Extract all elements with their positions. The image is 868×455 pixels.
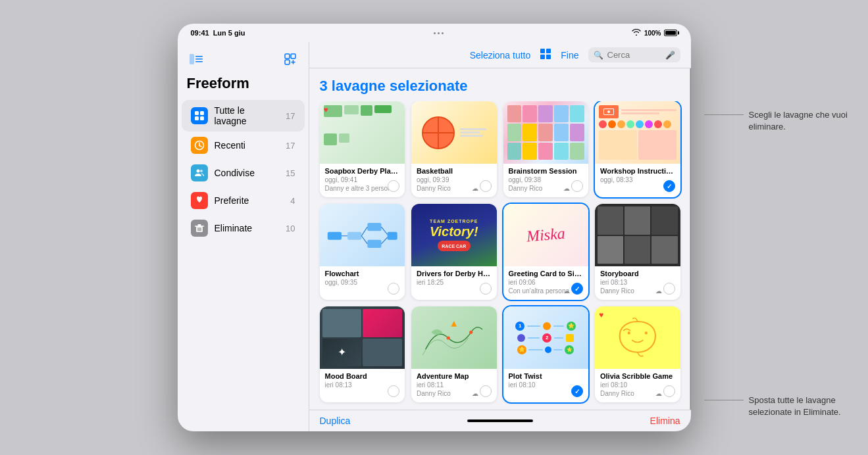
new-board-button[interactable]	[281, 50, 299, 68]
card-thumbnail: Miska	[503, 204, 589, 266]
duplicate-button[interactable]: Duplica	[320, 416, 351, 426]
sidebar-item-shared[interactable]: Condivise 15	[182, 159, 305, 187]
card-select-checkbox[interactable]	[571, 180, 583, 192]
search-bar[interactable]: 🔍 🎤	[588, 47, 680, 62]
board-card-flowchart[interactable]: Flowchart oggi, 09:35	[320, 204, 405, 300]
svg-rect-25	[546, 49, 551, 53]
card-thumbnail	[503, 101, 589, 164]
sidebar: Freeform Tutte le lavagne 17 Recenti 17 …	[178, 42, 309, 431]
svg-rect-30	[367, 223, 381, 231]
svg-rect-4	[285, 54, 290, 59]
svg-point-38	[447, 336, 450, 339]
card-title: Brainstorm Session	[509, 167, 584, 175]
card-title: Adventure Map	[417, 372, 492, 380]
svg-point-17	[200, 170, 203, 172]
card-select-checkbox[interactable]	[388, 180, 399, 192]
svg-point-41	[628, 331, 630, 334]
card-title: Workshop Instructions	[600, 167, 675, 175]
status-dot-2	[438, 32, 440, 34]
card-title: Plot Twist	[509, 372, 584, 380]
sidebar-count-shared: 15	[286, 168, 295, 178]
sidebar-item-all[interactable]: Tutte le lavagne 17	[182, 100, 305, 132]
svg-rect-3	[195, 61, 203, 62]
card-thumbnail	[320, 204, 405, 266]
svg-rect-10	[200, 111, 204, 115]
card-select-checkbox[interactable]	[571, 385, 583, 397]
card-select-checkbox[interactable]	[663, 283, 675, 295]
battery-icon	[664, 30, 677, 36]
svg-rect-11	[195, 116, 199, 120]
card-select-checkbox[interactable]	[388, 283, 399, 295]
cloud-icon: ☁	[655, 287, 662, 295]
sidebar-count-recent: 17	[286, 141, 295, 151]
board-card-adventure[interactable]: Adventure Map ieri 08:11Danny Rico ☁	[411, 306, 497, 402]
sidebar-icon-all	[191, 107, 208, 124]
board-card-moodboard[interactable]: ✦ Mood Board ieri 08:13	[320, 306, 405, 402]
board-card-derby[interactable]: TEAM ZOETROPE Victory! RACE CAR Drivers …	[411, 204, 497, 300]
board-card-olivia[interactable]: ♥ Olivia Scribble Game ieri 08:10Danny R…	[595, 306, 680, 402]
done-button[interactable]: Fine	[561, 50, 578, 60]
card-title: Storyboard	[600, 270, 675, 277]
search-input[interactable]	[607, 50, 661, 60]
svg-line-37	[381, 237, 387, 244]
bottom-annotation: Sposta tutte le lavagne selezionate in E…	[704, 395, 855, 418]
card-select-checkbox[interactable]	[480, 283, 492, 295]
card-thumbnail	[595, 101, 680, 164]
sidebar-icon-favorites	[191, 192, 208, 209]
bottom-bar: Duplica Elimina	[309, 410, 691, 431]
status-dot-1	[434, 32, 436, 34]
svg-rect-5	[291, 54, 295, 59]
sidebar-count-favorites: 4	[290, 196, 295, 206]
sidebar-item-recent[interactable]: Recenti 17	[182, 132, 305, 159]
sidebar-item-deleted[interactable]: Eliminate 10	[182, 214, 305, 242]
board-card-storyboard[interactable]: Storyboard ieri 08:13Danny Rico ☁	[595, 204, 680, 300]
status-bar: 09:41 Lun 5 giu 100%	[178, 24, 691, 42]
status-dot-3	[442, 32, 444, 34]
status-time: 09:41	[191, 29, 209, 37]
delete-button[interactable]: Elimina	[650, 416, 680, 426]
svg-line-35	[361, 235, 367, 243]
svg-rect-26	[540, 55, 545, 59]
card-title: Flowchart	[325, 270, 400, 277]
svg-rect-28	[327, 231, 341, 239]
card-select-checkbox[interactable]	[480, 385, 492, 397]
svg-rect-1	[195, 56, 203, 57]
board-card-brainstorm[interactable]: Brainstorm Session oggi, 09:38Danny Rico…	[503, 101, 589, 197]
boards-grid-container[interactable]: ♥ Soapbox Derby Planin... oggi, 09:41Dan…	[309, 101, 691, 410]
card-select-checkbox[interactable]	[480, 180, 492, 192]
board-card-plottwist[interactable]: 1 ⭐ 2 ⭐ ⭐ Plot Twist	[503, 306, 589, 402]
heart-icon: ♥	[599, 310, 603, 320]
svg-rect-24	[540, 49, 545, 53]
cloud-icon: ☁	[563, 287, 570, 295]
card-select-checkbox[interactable]	[663, 180, 675, 192]
card-title: Soapbox Derby Planin...	[325, 167, 400, 175]
content-area: Seleziona tutto Fine 🔍 🎤	[309, 42, 691, 431]
svg-point-39	[469, 330, 472, 333]
card-title: Olivia Scribble Game	[600, 372, 675, 380]
cloud-icon: ☁	[563, 185, 570, 192]
card-thumbnail	[411, 101, 497, 164]
sidebar-label-favorites: Preferite	[215, 195, 284, 206]
svg-point-42	[645, 331, 648, 334]
card-select-checkbox[interactable]	[571, 283, 583, 295]
board-card-basketball[interactable]: Basketball oggi, 09:39Danny Rico ☁	[411, 101, 497, 197]
card-select-checkbox[interactable]	[388, 385, 399, 397]
cloud-icon: ☁	[655, 390, 662, 397]
svg-rect-9	[195, 111, 199, 115]
sidebar-item-favorites[interactable]: Preferite 4	[182, 187, 305, 214]
board-card-greeting[interactable]: Miska Greeting Card to Sign ieri 09:06Co…	[503, 204, 589, 300]
card-title: Mood Board	[325, 372, 400, 380]
svg-marker-40	[451, 321, 457, 327]
board-card-soapbox[interactable]: ♥ Soapbox Derby Planin... oggi, 09:41Dan…	[320, 101, 405, 197]
home-indicator[interactable]	[467, 419, 533, 422]
sidebar-toggle-button[interactable]	[187, 50, 205, 68]
svg-rect-6	[285, 60, 290, 64]
card-title: Basketball	[417, 167, 492, 175]
card-thumbnail: TEAM ZOETROPE Victory! RACE CAR	[411, 204, 497, 266]
sidebar-count-deleted: 10	[286, 224, 295, 233]
grid-view-button[interactable]	[540, 48, 551, 62]
select-all-button[interactable]: Seleziona tutto	[470, 50, 531, 60]
board-card-workshop[interactable]: Workshop Instructions oggi, 08:33	[595, 101, 680, 197]
card-select-checkbox[interactable]	[663, 385, 675, 397]
svg-point-16	[196, 170, 199, 173]
